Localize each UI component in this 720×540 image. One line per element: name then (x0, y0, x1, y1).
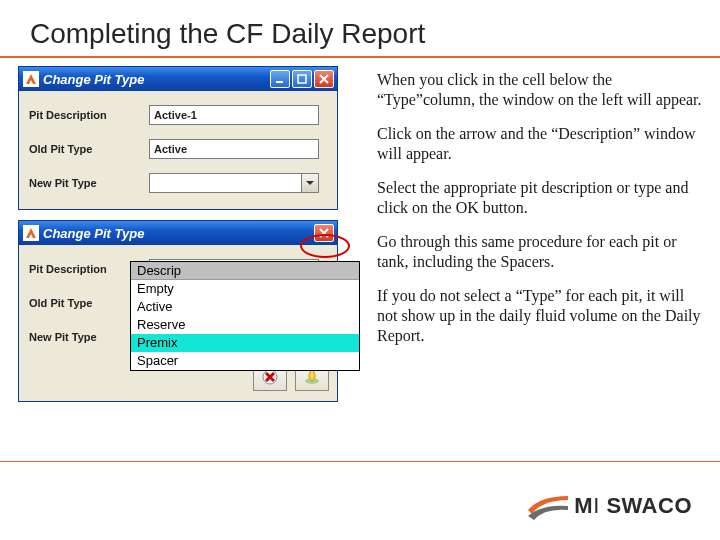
dialog-titlebar: Change Pit Type (19, 67, 337, 91)
instruction-paragraph: If you do not select a “Type” for each p… (377, 286, 702, 346)
change-pit-type-dialog-1: Change Pit Type Pit Description Active-1… (18, 66, 338, 210)
page-title: Completing the CF Daily Report (0, 0, 720, 56)
dialog-app-icon (23, 225, 39, 241)
pit-description-row: Pit Description Active-1 (29, 105, 329, 125)
dialog-body: Pit Description Active-1 Old Pit Type Ac… (19, 91, 337, 209)
instructions-column: When you click in the cell below the “Ty… (363, 66, 710, 360)
pit-type-dropdown[interactable]: Descrip Empty Active Reserve Premix Spac… (130, 261, 360, 371)
bottom-rule (0, 461, 720, 462)
dropdown-item-active[interactable]: Active (131, 298, 359, 316)
dialog-app-icon (23, 71, 39, 87)
minimize-button[interactable] (270, 70, 290, 88)
logo-swoosh-icon (528, 492, 568, 520)
dialog-titlebar: Change Pit Type (19, 221, 337, 245)
logo-text: MI SWACO (574, 493, 692, 519)
pit-description-label: Pit Description (29, 109, 149, 121)
maximize-button[interactable] (292, 70, 312, 88)
instruction-paragraph: Go through this same procedure for each … (377, 232, 702, 272)
old-pit-type-label: Old Pit Type (29, 143, 149, 155)
logo-text-m: M (574, 493, 593, 518)
dropdown-item-spacer[interactable]: Spacer (131, 352, 359, 370)
left-column: Change Pit Type Pit Description Active-1… (18, 66, 363, 402)
pit-description-field: Active-1 (149, 105, 319, 125)
arrow-callout-oval (300, 234, 350, 258)
logo-text-i: I (593, 493, 600, 518)
window-buttons (270, 70, 334, 88)
chevron-down-icon[interactable] (301, 174, 318, 192)
dropdown-item-reserve[interactable]: Reserve (131, 316, 359, 334)
mi-swaco-logo: MI SWACO (528, 492, 692, 520)
old-pit-type-field: Active (149, 139, 319, 159)
dropdown-item-empty[interactable]: Empty (131, 280, 359, 298)
dialog-title: Change Pit Type (43, 72, 266, 87)
instruction-paragraph: Click on the arrow and the “Description”… (377, 124, 702, 164)
dialog-title: Change Pit Type (43, 226, 310, 241)
new-pit-type-label: New Pit Type (29, 177, 149, 189)
content-area: Change Pit Type Pit Description Active-1… (0, 64, 720, 402)
combo-text (150, 174, 301, 192)
new-pit-type-combo[interactable] (149, 173, 319, 193)
dropdown-header: Descrip (131, 262, 359, 280)
logo-text-swaco: SWACO (606, 493, 692, 518)
title-rule (0, 56, 720, 58)
svg-rect-1 (298, 75, 306, 83)
svg-rect-0 (276, 81, 283, 83)
new-pit-type-row: New Pit Type (29, 173, 329, 193)
instruction-paragraph: When you click in the cell below the “Ty… (377, 70, 702, 110)
close-button[interactable] (314, 70, 334, 88)
old-pit-type-row: Old Pit Type Active (29, 139, 329, 159)
dropdown-item-premix[interactable]: Premix (131, 334, 359, 352)
instruction-paragraph: Select the appropriate pit description o… (377, 178, 702, 218)
